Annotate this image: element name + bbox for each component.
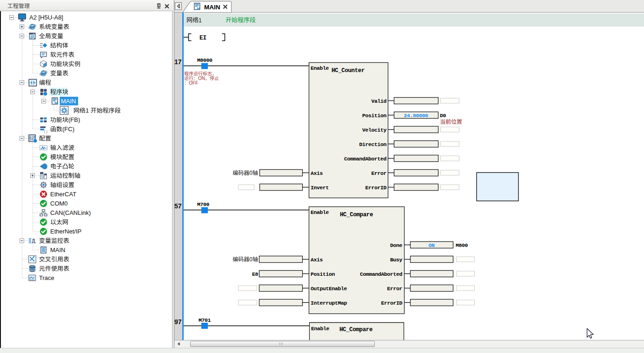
svg-text:Axis: Axis: [311, 257, 323, 263]
svg-text:Enable: Enable: [311, 65, 329, 71]
svg-text:1: 1: [199, 17, 202, 24]
svg-text:M800: M800: [456, 242, 468, 248]
svg-text:CommandAborted: CommandAborted: [344, 156, 387, 162]
svg-text:M: M: [197, 7, 200, 11]
svg-text:HC_Compare: HC_Compare: [340, 212, 373, 218]
svg-text:ErrorID: ErrorID: [381, 300, 403, 306]
svg-text:MAIN: MAIN: [61, 98, 76, 105]
svg-text:EtherCAT: EtherCAT: [50, 191, 76, 198]
svg-text:M8000: M8000: [197, 57, 212, 63]
svg-text:EtherNet/IP: EtherNet/IP: [50, 228, 81, 235]
svg-text:Done: Done: [390, 242, 403, 248]
svg-text:E8: E8: [252, 271, 259, 277]
svg-text:Error: Error: [387, 286, 403, 292]
svg-text:M: M: [55, 101, 58, 105]
svg-text:1: 1: [86, 107, 91, 114]
svg-text:HC_Compare: HC_Compare: [339, 326, 372, 333]
svg-text:ON: ON: [198, 76, 205, 81]
svg-text:Direction: Direction: [359, 141, 387, 147]
svg-text:Enable: Enable: [311, 209, 329, 215]
svg-text:Axis: Axis: [311, 170, 323, 176]
svg-text:Invert: Invert: [311, 185, 329, 191]
svg-text:(): (): [44, 130, 48, 133]
svg-text:17: 17: [174, 58, 182, 66]
svg-text:EI: EI: [199, 35, 206, 41]
svg-text:Trace: Trace: [39, 274, 54, 281]
svg-text:(FC): (FC): [62, 126, 74, 133]
svg-text:Valid: Valid: [372, 98, 387, 104]
svg-text:(FB): (FB): [68, 116, 80, 123]
svg-text:Position: Position: [311, 271, 335, 277]
svg-text:57: 57: [174, 202, 182, 210]
svg-text:OFF: OFF: [189, 80, 198, 86]
svg-text:ON: ON: [429, 242, 435, 248]
svg-text:M701: M701: [199, 317, 211, 323]
svg-text:ErrorID: ErrorID: [365, 185, 387, 191]
svg-text:D0: D0: [440, 113, 446, 119]
svg-text:HC_Counter: HC_Counter: [332, 67, 365, 74]
svg-text:Busy: Busy: [390, 257, 403, 263]
svg-text:24.00000: 24.00000: [404, 113, 429, 119]
svg-text:0: 0: [249, 170, 252, 176]
svg-text:CAN(CANLink): CAN(CANLink): [50, 209, 91, 216]
svg-text:OutputEnable: OutputEnable: [311, 286, 347, 292]
svg-text:A2 [H5U-A8]: A2 [H5U-A8]: [29, 14, 63, 21]
svg-text:InterruptMap: InterruptMap: [311, 300, 347, 306]
svg-text:M700: M700: [197, 201, 210, 207]
svg-text:0: 0: [249, 256, 252, 263]
svg-text:MAIN: MAIN: [50, 246, 66, 253]
svg-text:97: 97: [174, 318, 182, 326]
svg-text:Position: Position: [362, 113, 387, 119]
svg-text:CommandAborted: CommandAborted: [360, 271, 403, 277]
svg-text:COM0: COM0: [50, 200, 68, 207]
svg-text:Error: Error: [372, 170, 387, 176]
svg-text:Enable: Enable: [311, 326, 330, 332]
svg-text:Velocity: Velocity: [362, 127, 387, 133]
svg-text:MAIN: MAIN: [204, 4, 220, 11]
